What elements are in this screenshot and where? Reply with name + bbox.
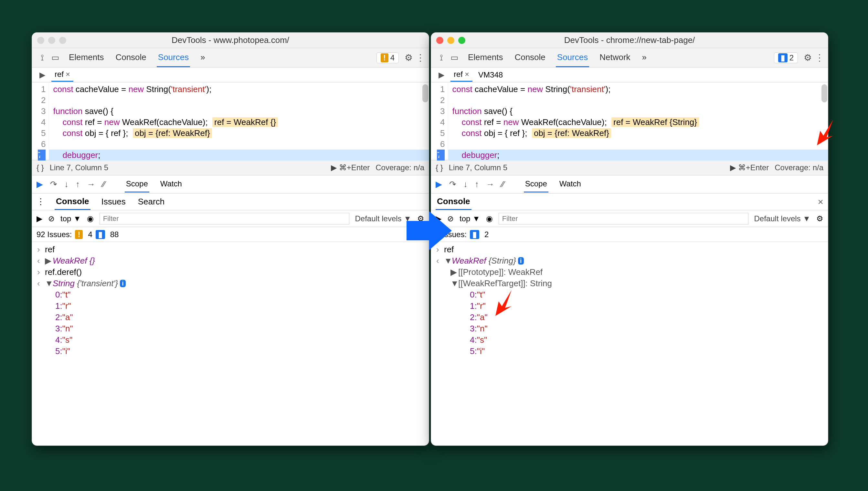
object-property[interactable]: 1: "r" bbox=[32, 300, 429, 312]
debugger-toolbar: ▶ ↷ ↓ ↑ → ⁄⁄ Scope Watch bbox=[431, 175, 828, 194]
info-badge-icon[interactable]: i bbox=[518, 257, 524, 265]
live-expression-icon[interactable]: ◉ bbox=[87, 214, 94, 223]
object-preview[interactable]: WeakRef {} bbox=[53, 256, 95, 266]
expand-toggle-icon[interactable]: ▶ bbox=[45, 256, 53, 266]
drawer-tab-console[interactable]: Console bbox=[436, 194, 472, 210]
output-arrow-icon: ‹ bbox=[37, 279, 45, 288]
log-levels-selector[interactable]: Default levels ▼ bbox=[355, 214, 412, 223]
braces-icon[interactable]: { } bbox=[436, 163, 443, 172]
coverage-status: Coverage: n/a bbox=[375, 163, 424, 172]
object-property[interactable]: 2: "a" bbox=[32, 312, 429, 323]
expand-toggle-icon[interactable]: ▼ bbox=[45, 279, 53, 288]
console-filter-input[interactable] bbox=[499, 213, 749, 225]
resume-icon[interactable]: ▶ bbox=[36, 179, 43, 189]
dbg-tab-watch[interactable]: Watch bbox=[159, 176, 183, 193]
step-out-icon[interactable]: ↑ bbox=[76, 179, 80, 189]
dbg-tab-scope[interactable]: Scope bbox=[524, 176, 549, 193]
step-over-icon[interactable]: ↷ bbox=[449, 179, 456, 189]
deactivate-bp-icon[interactable]: ⁄⁄ bbox=[103, 179, 105, 189]
step-icon[interactable]: → bbox=[87, 179, 95, 189]
close-icon[interactable]: × bbox=[65, 70, 70, 79]
expand-toggle-icon[interactable]: ▶ bbox=[450, 267, 458, 277]
tabs-more[interactable]: » bbox=[641, 49, 648, 67]
tab-sources[interactable]: Sources bbox=[556, 49, 589, 67]
tab-elements[interactable]: Elements bbox=[467, 49, 504, 67]
run-snippet-icon[interactable]: ▶ bbox=[36, 68, 49, 81]
file-tab-ref[interactable]: ref× bbox=[51, 68, 73, 82]
object-preview[interactable]: WeakRef {String} bbox=[452, 256, 516, 266]
inspect-icon[interactable]: ⟟ bbox=[435, 51, 448, 64]
issues-badge[interactable]: !4 bbox=[376, 52, 399, 63]
step-over-icon[interactable]: ↷ bbox=[50, 179, 57, 189]
object-property[interactable]: 0: "t" bbox=[32, 289, 429, 300]
input-prompt-icon: › bbox=[37, 267, 45, 277]
tab-network[interactable]: Network bbox=[598, 49, 632, 67]
device-toggle-icon[interactable]: ▭ bbox=[448, 51, 461, 64]
resume-icon[interactable]: ▶ bbox=[436, 179, 442, 189]
object-property[interactable]: 3: "n" bbox=[431, 323, 828, 334]
file-tab-ref[interactable]: ref× bbox=[450, 68, 472, 82]
console-output[interactable]: ›ref ‹▶WeakRef {} ›ref.deref() ‹▼String … bbox=[32, 242, 429, 359]
object-property[interactable]: 5: "i" bbox=[32, 346, 429, 357]
object-property[interactable]: 3: "n" bbox=[32, 323, 429, 334]
more-menu-icon[interactable]: ⋮ bbox=[416, 52, 425, 63]
drawer-tab-issues[interactable]: Issues bbox=[100, 194, 127, 209]
code-editor[interactable]: 1234567 const cacheValue = new String('t… bbox=[32, 82, 429, 160]
step-icon[interactable]: → bbox=[486, 179, 495, 189]
close-icon[interactable]: × bbox=[465, 70, 469, 79]
code-editor[interactable]: 1234567 const cacheValue = new String('t… bbox=[431, 82, 828, 160]
console-settings-icon[interactable]: ⚙ bbox=[816, 214, 823, 223]
settings-gear-icon[interactable]: ⚙ bbox=[404, 52, 413, 63]
file-tab-vm[interactable]: VM348 bbox=[475, 68, 506, 81]
close-drawer-icon[interactable]: × bbox=[818, 196, 823, 207]
tab-console[interactable]: Console bbox=[513, 49, 547, 67]
step-into-icon[interactable]: ↓ bbox=[464, 179, 468, 189]
object-property[interactable]: 4: "s" bbox=[32, 334, 429, 346]
issues-summary[interactable]: 2 Issues: ▮2 bbox=[431, 227, 828, 242]
line-gutter[interactable]: 1234567 bbox=[431, 82, 448, 160]
context-selector[interactable]: top ▼ bbox=[459, 214, 480, 223]
object-property[interactable]: 5: "i" bbox=[431, 346, 828, 357]
device-toggle-icon[interactable]: ▭ bbox=[49, 51, 62, 64]
more-menu-icon[interactable]: ⋮ bbox=[815, 52, 824, 63]
drawer-tab-search[interactable]: Search bbox=[137, 194, 166, 209]
run-snippet-icon[interactable]: ▶ bbox=[435, 68, 448, 81]
context-selector[interactable]: top ▼ bbox=[60, 214, 81, 223]
expand-toggle-icon[interactable]: ▼ bbox=[444, 256, 452, 266]
inspect-icon[interactable]: ⟟ bbox=[36, 51, 49, 64]
dbg-tab-scope[interactable]: Scope bbox=[125, 176, 149, 193]
log-levels-selector[interactable]: Default levels ▼ bbox=[754, 214, 811, 223]
tab-sources[interactable]: Sources bbox=[157, 49, 190, 67]
deactivate-bp-icon[interactable]: ⁄⁄ bbox=[502, 179, 504, 189]
live-expression-icon[interactable]: ◉ bbox=[486, 214, 493, 223]
tabs-more[interactable]: » bbox=[199, 49, 206, 67]
drawer-menu-icon[interactable]: ⋮ bbox=[36, 197, 45, 207]
expand-toggle-icon[interactable]: ▼ bbox=[450, 279, 458, 288]
issues-summary[interactable]: 92 Issues: !4 ▮88 bbox=[32, 227, 429, 242]
info-badge-icon[interactable]: i bbox=[120, 280, 126, 287]
scrollbar[interactable] bbox=[422, 84, 428, 103]
clear-console-icon[interactable]: ⊘ bbox=[48, 214, 55, 223]
breakpoint-marker[interactable]: 7 bbox=[38, 150, 46, 161]
step-out-icon[interactable]: ↑ bbox=[475, 179, 479, 189]
object-property[interactable]: 4: "s" bbox=[431, 334, 828, 346]
object-preview[interactable]: String {'transient'} bbox=[53, 279, 118, 288]
breakpoint-marker[interactable]: 7 bbox=[437, 150, 445, 161]
tab-elements[interactable]: Elements bbox=[67, 49, 105, 67]
dbg-tab-watch[interactable]: Watch bbox=[558, 176, 582, 193]
play-icon[interactable]: ▶ bbox=[36, 214, 42, 223]
window-title: DevTools - chrome://new-tab-page/ bbox=[431, 35, 828, 45]
step-into-icon[interactable]: ↓ bbox=[64, 179, 68, 189]
line-gutter[interactable]: 1234567 bbox=[32, 82, 49, 160]
object-property[interactable]: ▶[[Prototype]]: WeakRef bbox=[431, 266, 828, 278]
object-property[interactable]: ▼[[WeakRefTarget]]: String bbox=[431, 278, 828, 289]
tab-console[interactable]: Console bbox=[114, 49, 147, 67]
inline-value: ref = WeakRef {} bbox=[212, 117, 278, 127]
issues-badge[interactable]: ▮2 bbox=[774, 52, 798, 63]
braces-icon[interactable]: { } bbox=[36, 163, 44, 172]
drawer-tab-bar: Console × bbox=[431, 194, 828, 210]
scrollbar[interactable] bbox=[821, 84, 827, 103]
settings-gear-icon[interactable]: ⚙ bbox=[804, 52, 812, 63]
drawer-tab-console[interactable]: Console bbox=[55, 194, 90, 210]
console-filter-input[interactable] bbox=[100, 213, 349, 225]
